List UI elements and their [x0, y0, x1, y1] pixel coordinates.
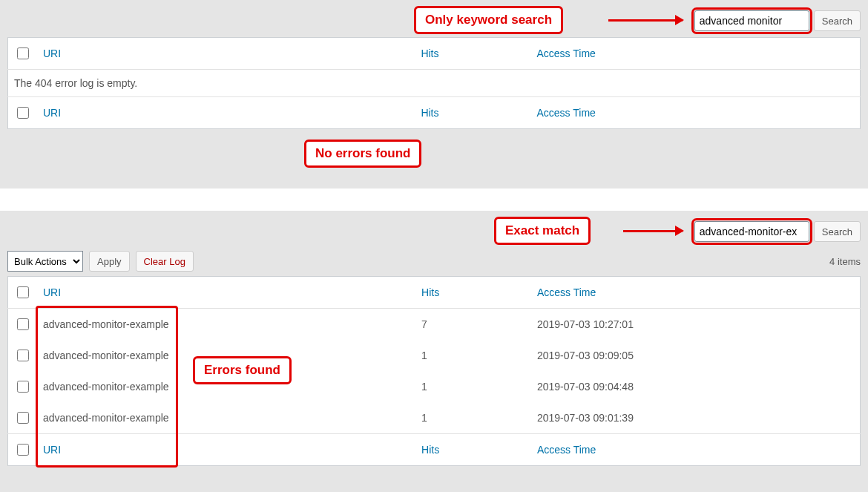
- table-row: advanced-monitor-example 1 2019-07-03 09…: [8, 402, 861, 434]
- cell-access: 2019-07-03 09:01:39: [531, 402, 861, 434]
- select-all-checkbox-footer[interactable]: [17, 444, 29, 456]
- col-uri-header[interactable]: URI: [43, 286, 61, 298]
- items-count: 4 items: [829, 256, 861, 267]
- col-access-header[interactable]: Access Time: [537, 47, 596, 59]
- search-wrap: Search: [694, 10, 861, 31]
- cell-hits: 1: [415, 402, 531, 434]
- top-bar: Only keyword search Search: [7, 7, 861, 37]
- bulk-actions-select[interactable]: Bulk Actions: [7, 251, 83, 272]
- apply-button[interactable]: Apply: [89, 251, 130, 272]
- col-access-footer[interactable]: Access Time: [537, 107, 596, 119]
- cell-hits: 1: [415, 371, 531, 402]
- search-input[interactable]: [694, 221, 809, 242]
- col-access-footer[interactable]: Access Time: [537, 444, 596, 456]
- row-checkbox[interactable]: [17, 381, 29, 393]
- bulk-actions-row: Bulk Actions Apply Clear Log 4 items: [7, 248, 861, 276]
- col-uri-header[interactable]: URI: [43, 47, 61, 59]
- callout-errors-found: Errors found: [193, 356, 292, 384]
- col-access-header[interactable]: Access Time: [537, 286, 596, 298]
- panel-keyword-search: Only keyword search Search URI Hits Acce…: [0, 0, 868, 188]
- clear-log-button[interactable]: Clear Log: [136, 251, 194, 272]
- table-row: advanced-monitor-example 7 2019-07-03 10…: [8, 309, 861, 341]
- col-uri-footer[interactable]: URI: [43, 444, 61, 456]
- panel-exact-match: Exact match Search Bulk Actions Apply Cl…: [0, 211, 868, 481]
- col-hits-footer[interactable]: Hits: [421, 107, 438, 119]
- callout-exact-match: Exact match: [494, 217, 591, 245]
- callout-no-errors: No errors found: [304, 140, 421, 168]
- table-wrap: Errors found URI Hits Access Time advanc…: [7, 276, 861, 466]
- callout-label: Only keyword search: [425, 13, 552, 27]
- below-table-area: No errors found: [7, 129, 861, 174]
- table-row: advanced-monitor-example 1 2019-07-03 09…: [8, 340, 861, 371]
- cell-hits: 7: [415, 309, 531, 341]
- row-checkbox[interactable]: [17, 412, 29, 424]
- search-button[interactable]: Search: [814, 10, 861, 31]
- empty-message: The 404 error log is empty.: [8, 70, 861, 97]
- callout-keyword-search: Only keyword search: [414, 6, 563, 34]
- row-checkbox[interactable]: [17, 318, 29, 330]
- col-hits-footer[interactable]: Hits: [421, 444, 439, 456]
- table-row: advanced-monitor-example 1 2019-07-03 09…: [8, 371, 861, 402]
- cell-access: 2019-07-03 10:27:01: [531, 309, 861, 341]
- col-uri-footer[interactable]: URI: [43, 107, 61, 119]
- col-hits-header[interactable]: Hits: [421, 286, 439, 298]
- arrow-icon: [623, 230, 683, 232]
- error-log-table: URI Hits Access Time advanced-monitor-ex…: [7, 276, 861, 466]
- cell-uri: advanced-monitor-example: [37, 402, 415, 434]
- empty-row: The 404 error log is empty.: [8, 70, 861, 97]
- select-all-checkbox[interactable]: [17, 286, 29, 298]
- col-hits-header[interactable]: Hits: [421, 47, 438, 59]
- cell-access: 2019-07-03 09:04:48: [531, 371, 861, 402]
- select-all-checkbox-footer[interactable]: [17, 107, 29, 119]
- top-bar: Exact match Search: [7, 218, 861, 248]
- arrow-icon: [608, 19, 683, 22]
- search-input[interactable]: [694, 10, 809, 31]
- row-checkbox[interactable]: [17, 350, 29, 361]
- error-log-table-empty: URI Hits Access Time The 404 error log i…: [7, 37, 861, 129]
- callout-label: Exact match: [505, 223, 579, 238]
- search-button[interactable]: Search: [814, 221, 861, 242]
- search-wrap: Search: [694, 221, 861, 242]
- panel-divider: [0, 188, 868, 211]
- cell-access: 2019-07-03 09:09:05: [531, 340, 861, 371]
- select-all-checkbox[interactable]: [17, 47, 29, 59]
- callout-label: No errors found: [315, 146, 410, 161]
- cell-hits: 1: [415, 340, 531, 371]
- cell-uri: advanced-monitor-example: [37, 309, 415, 341]
- callout-label: Errors found: [204, 363, 280, 378]
